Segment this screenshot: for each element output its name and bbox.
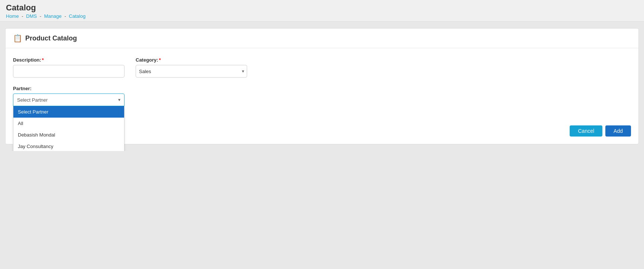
partner-chevron-icon: ▾ <box>118 97 120 102</box>
cancel-button[interactable]: Cancel <box>570 125 602 137</box>
partner-option-select[interactable]: Select Partner <box>13 106 124 118</box>
card-title: Product Catalog <box>25 35 77 42</box>
breadcrumb: Home - DMS - Manage - Catalog <box>6 13 638 19</box>
partner-selected-value: Select Partner <box>17 97 48 103</box>
breadcrumb-sep3: - <box>64 13 66 19</box>
product-catalog-card: 📋 Product Catalog Description:* Category… <box>5 28 639 144</box>
form-row-partner: Partner: Select Partner ▾ Select Partner… <box>13 86 631 106</box>
category-select-wrapper: Sales Purchase Inventory ▾ <box>136 65 247 78</box>
partner-option-debasish[interactable]: Debasish Mondal <box>13 129 124 141</box>
partner-group: Partner: Select Partner ▾ Select Partner… <box>13 86 124 106</box>
partner-dropdown-menu: Select Partner All Debasish Mondal Jay C… <box>13 106 124 151</box>
partner-select-container: Select Partner ▾ Select Partner All Deba… <box>13 94 124 106</box>
add-button[interactable]: Add <box>605 125 631 137</box>
partner-select-display[interactable]: Select Partner ▾ <box>13 94 124 106</box>
card-body: Description:* Category:* Sales Purchase … <box>6 48 638 118</box>
partner-option-all[interactable]: All <box>13 118 124 129</box>
partner-option-jay[interactable]: Jay Consultancy <box>13 141 124 151</box>
breadcrumb-catalog[interactable]: Catalog <box>69 13 85 19</box>
category-label: Category:* <box>136 57 247 63</box>
partner-label: Partner: <box>13 86 124 91</box>
description-label: Description:* <box>13 57 124 63</box>
category-group: Category:* Sales Purchase Inventory ▾ <box>136 57 247 78</box>
category-select[interactable]: Sales Purchase Inventory <box>136 65 247 78</box>
top-bar: Catalog Home - DMS - Manage - Catalog <box>0 0 644 22</box>
catalog-icon: 📋 <box>13 34 22 43</box>
description-input[interactable] <box>13 65 124 78</box>
breadcrumb-manage[interactable]: Manage <box>44 13 62 19</box>
form-row-top: Description:* Category:* Sales Purchase … <box>13 57 631 78</box>
page-title: Catalog <box>6 3 638 13</box>
description-group: Description:* <box>13 57 124 78</box>
breadcrumb-sep1: - <box>22 13 23 19</box>
card-header: 📋 Product Catalog <box>6 29 638 48</box>
breadcrumb-dms[interactable]: DMS <box>26 13 37 19</box>
breadcrumb-home[interactable]: Home <box>6 13 19 19</box>
breadcrumb-sep2: - <box>40 13 41 19</box>
